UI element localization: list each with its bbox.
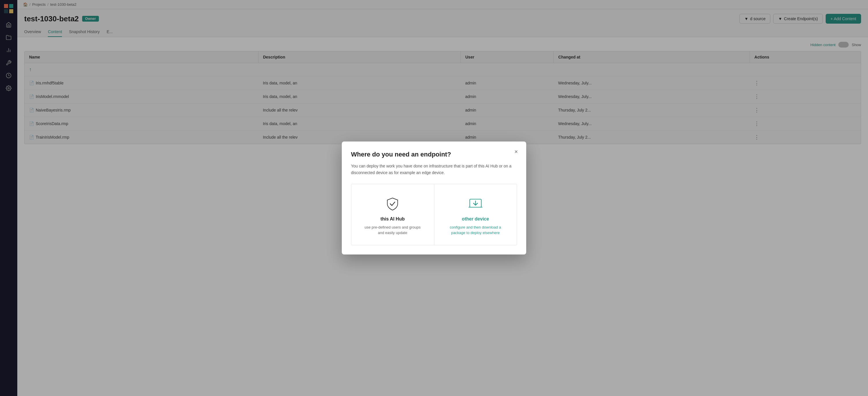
other-device-option[interactable]: other device configure and then download…: [434, 184, 517, 245]
other-device-title: other device: [462, 216, 489, 222]
this-ai-hub-desc: use pre-defined users and groupsand easi…: [365, 224, 421, 236]
modal-description: You can deploy the work you have done on…: [351, 163, 517, 176]
modal-overlay[interactable]: × Where do you need an endpoint? You can…: [0, 0, 868, 396]
this-ai-hub-title: this AI Hub: [380, 216, 405, 222]
shield-check-icon: [384, 196, 401, 212]
endpoint-modal: × Where do you need an endpoint? You can…: [342, 142, 526, 254]
other-device-desc: configure and then download apackage to …: [450, 224, 501, 236]
endpoint-options: this AI Hub use pre-defined users and gr…: [351, 184, 517, 245]
modal-title: Where do you need an endpoint?: [351, 151, 517, 158]
device-download-icon: [467, 196, 484, 212]
this-ai-hub-option[interactable]: this AI Hub use pre-defined users and gr…: [351, 184, 434, 245]
modal-close-button[interactable]: ×: [512, 147, 521, 156]
